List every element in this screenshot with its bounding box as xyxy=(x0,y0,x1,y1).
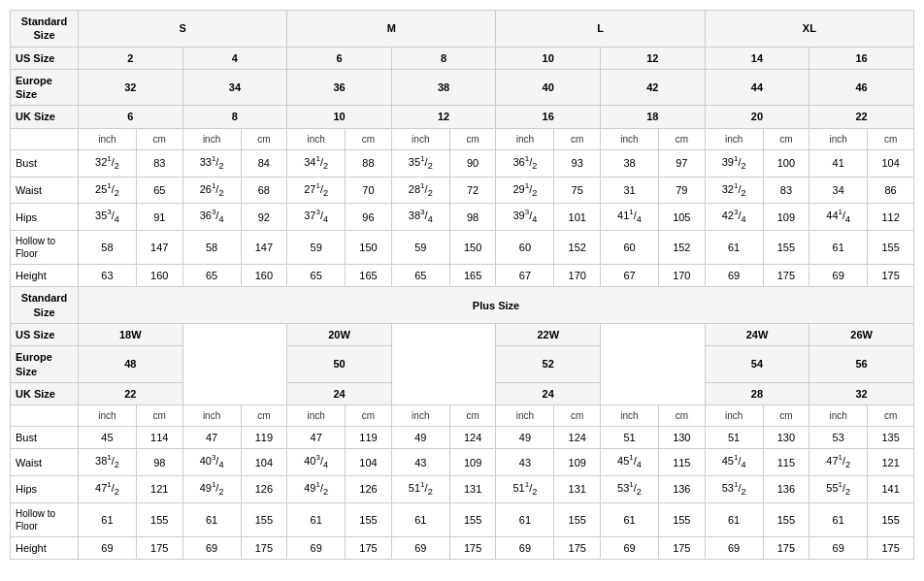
plus-hips-cm-26w: 141 xyxy=(868,476,914,503)
plus-height-label: Height xyxy=(11,536,79,559)
plus-hips-inch-18w: 471/2 xyxy=(79,476,137,503)
us-16: 16 xyxy=(809,47,914,69)
plus-bust-cm-18w: 114 xyxy=(136,427,182,449)
plus-size-header: Plus Size xyxy=(79,287,914,324)
waist-cm-6: 70 xyxy=(346,177,392,204)
waist-inch-8: 281/2 xyxy=(391,177,449,204)
us-10: 10 xyxy=(496,47,601,69)
htf-inch-2: 58 xyxy=(79,231,137,265)
plus-unit-cm-8: cm xyxy=(868,405,914,427)
us-14: 14 xyxy=(705,47,809,69)
plus-height-cm-18w-b: 175 xyxy=(241,536,287,559)
waist-cm-16: 86 xyxy=(868,177,914,204)
plus-waist-cm-22w-b: 115 xyxy=(658,449,705,476)
plus-hips-cm-20w: 126 xyxy=(346,476,392,503)
plus-uk-24b: 24 xyxy=(496,382,601,404)
plus-spacer3 xyxy=(601,323,706,345)
hips-inch-8: 383/4 xyxy=(391,204,449,231)
plus-us-24w: 24W xyxy=(705,323,809,345)
waist-cm-4: 68 xyxy=(241,177,287,204)
htf-inch-12: 60 xyxy=(601,231,659,265)
plus-htf-cm-22w-b: 155 xyxy=(658,502,705,536)
plus-spacer1 xyxy=(182,323,287,345)
height-inch-12: 67 xyxy=(601,265,659,287)
header-l: L xyxy=(496,11,705,48)
plus-eu-48: 48 xyxy=(79,346,183,383)
waist-cm-12: 79 xyxy=(658,177,705,204)
height-cm-12: 170 xyxy=(658,265,705,287)
plus-hips-inch-20w-b: 511/2 xyxy=(391,476,449,503)
waist-inch-10: 291/2 xyxy=(496,177,554,204)
height-cm-8: 165 xyxy=(449,265,496,287)
unit-inch-5: inch xyxy=(496,128,554,149)
plus-htf-cm-18w-b: 155 xyxy=(241,502,287,536)
plus-bust-cm-22w-b: 130 xyxy=(658,427,705,449)
bust-cm-2: 83 xyxy=(136,149,182,177)
plus-us-size-label: US Size xyxy=(11,323,79,345)
htf-inch-16: 61 xyxy=(809,231,868,265)
bust-inch-10: 361/2 xyxy=(496,149,554,177)
hips-inch-12: 411/4 xyxy=(601,204,659,231)
height-inch-8: 65 xyxy=(391,265,449,287)
plus-hips-cm-22w: 131 xyxy=(554,476,601,503)
plus-height-inch-20w-b: 69 xyxy=(391,536,449,559)
plus-bust-inch-20w-b: 49 xyxy=(391,427,449,449)
plus-unit-inch-8: inch xyxy=(809,405,868,427)
eu-46: 46 xyxy=(809,69,914,106)
plus-htf-inch-22w: 61 xyxy=(496,502,554,536)
uk-12: 12 xyxy=(391,106,496,128)
plus-waist-inch-18w: 381/2 xyxy=(79,449,137,476)
header-s: S xyxy=(79,11,287,48)
plus-uk-22: 22 xyxy=(79,382,183,404)
plus-htf-inch-18w: 61 xyxy=(79,502,137,536)
plus-unit-inch-7: inch xyxy=(705,405,763,427)
header-m: M xyxy=(287,11,496,48)
hips-inch-16: 441/4 xyxy=(809,204,868,231)
height-cm-4: 160 xyxy=(241,265,287,287)
plus-eu-54: 54 xyxy=(705,346,809,383)
bust-cm-4: 84 xyxy=(241,149,287,177)
unit-inch-6: inch xyxy=(601,128,659,149)
bust-inch-14: 391/2 xyxy=(705,149,763,177)
plus-bust-inch-20w: 47 xyxy=(287,427,346,449)
plus-waist-inch-20w-b: 43 xyxy=(391,449,449,476)
plus-height-cm-20w: 175 xyxy=(346,536,392,559)
height-inch-2: 63 xyxy=(79,265,137,287)
plus-waist-inch-20w: 403/4 xyxy=(287,449,346,476)
us-2: 2 xyxy=(79,47,183,69)
empty-label xyxy=(11,128,79,149)
plus-waist-cm-20w: 104 xyxy=(346,449,392,476)
bust-inch-8: 351/2 xyxy=(391,149,449,177)
height-inch-4: 65 xyxy=(182,265,241,287)
plus-unit-inch-6: inch xyxy=(601,405,659,427)
plus-bust-inch-24w: 51 xyxy=(705,427,763,449)
plus-uk-28: 28 xyxy=(705,382,809,404)
uk-10: 10 xyxy=(287,106,392,128)
plus-bust-cm-22w: 124 xyxy=(554,427,601,449)
plus-height-cm-18w: 175 xyxy=(136,536,182,559)
waist-cm-14: 83 xyxy=(763,177,809,204)
height-inch-14: 69 xyxy=(705,265,763,287)
plus-waist-inch-26w: 471/2 xyxy=(809,449,868,476)
plus-waist-cm-20w-b: 109 xyxy=(449,449,496,476)
plus-bust-cm-20w: 119 xyxy=(346,427,392,449)
htf-cm-12: 152 xyxy=(658,231,705,265)
plus-waist-cm-18w-b: 104 xyxy=(241,449,287,476)
plus-htf-cm-20w: 155 xyxy=(346,502,392,536)
plus-htf-inch-24w: 61 xyxy=(705,502,763,536)
plus-height-inch-26w: 69 xyxy=(809,536,868,559)
htf-cm-8: 150 xyxy=(449,231,496,265)
hips-cm-6: 96 xyxy=(346,204,392,231)
plus-waist-cm-18w: 98 xyxy=(136,449,182,476)
plus-spacer7 xyxy=(182,382,287,404)
height-cm-2: 160 xyxy=(136,265,182,287)
plus-hips-inch-20w: 491/2 xyxy=(287,476,346,503)
us-12: 12 xyxy=(601,47,706,69)
waist-inch-6: 271/2 xyxy=(287,177,346,204)
hips-cm-10: 101 xyxy=(554,204,601,231)
hips-inch-2: 353/4 xyxy=(79,204,137,231)
plus-height-cm-24w: 175 xyxy=(763,536,809,559)
plus-bust-inch-22w-b: 51 xyxy=(601,427,659,449)
bust-inch-16: 41 xyxy=(809,149,868,177)
us-8: 8 xyxy=(391,47,496,69)
